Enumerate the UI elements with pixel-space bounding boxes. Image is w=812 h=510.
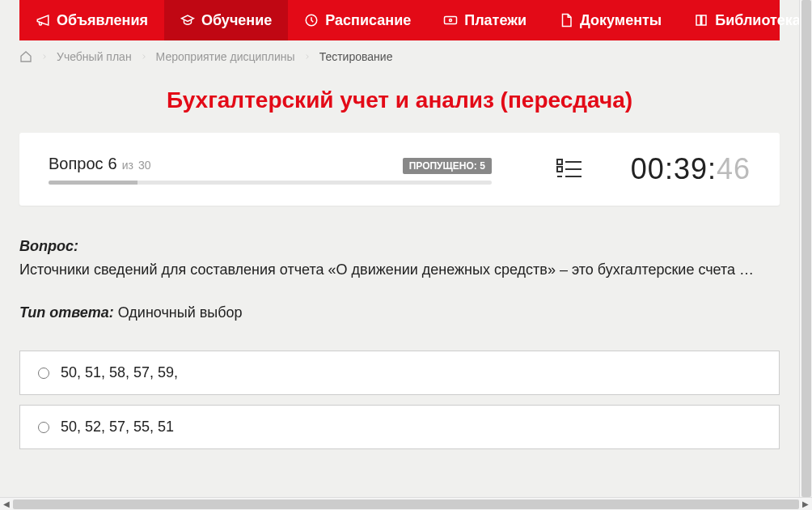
answer-type: Тип ответа: Одиночный выбор — [19, 304, 780, 321]
nav-label: Обучение — [201, 12, 272, 29]
payment-icon — [443, 13, 458, 28]
timer-centiseconds: 46 — [717, 152, 751, 185]
question-number: 6 — [108, 155, 117, 173]
timer: 00:39:46 — [631, 152, 751, 186]
home-icon[interactable] — [19, 50, 32, 63]
scroll-left-icon[interactable]: ◀ — [0, 498, 13, 511]
breadcrumb: Учебный план Мероприятие дисциплины Тест… — [19, 40, 780, 73]
nav-label: Документы — [580, 12, 662, 29]
vertical-scrollbar[interactable] — [799, 0, 812, 497]
clock-icon — [304, 13, 319, 28]
breadcrumb-testing: Тестирование — [319, 50, 393, 63]
question-total: 30 — [138, 159, 151, 172]
svg-point-2 — [450, 19, 452, 22]
scrollbar-track[interactable] — [13, 499, 799, 509]
document-icon — [559, 13, 573, 28]
page-title: Бухгалтерский учет и анализ (пересдача) — [19, 87, 780, 113]
answer-text: 50, 52, 57, 55, 51 — [61, 419, 174, 436]
question-block: Вопрос: Источники сведений для составлен… — [19, 238, 780, 321]
nav-label: Платежи — [464, 12, 527, 29]
skipped-badge: ПРОПУЩЕНО: 5 — [403, 158, 492, 174]
answer-radio[interactable] — [38, 368, 49, 379]
nav-announcements[interactable]: Объявления — [19, 0, 164, 40]
question-of: из — [122, 159, 133, 172]
book-icon — [694, 13, 708, 28]
chevron-right-icon — [40, 53, 49, 61]
timer-seconds: 39 — [674, 152, 708, 185]
answer-type-value: Одиночный выбор — [118, 304, 243, 321]
nav-payments[interactable]: Платежи — [427, 0, 543, 40]
grad-cap-icon — [180, 13, 195, 28]
svg-rect-3 — [557, 159, 562, 164]
nav-label: Объявления — [57, 12, 148, 29]
question-label: Вопрос: — [19, 238, 780, 255]
question-progress: Вопрос 6 из 30 ПРОПУЩЕНО: 5 — [49, 155, 492, 185]
answer-option[interactable]: 50, 51, 58, 57, 59, — [19, 351, 780, 395]
nav-documents[interactable]: Документы — [543, 0, 678, 40]
answer-text: 50, 51, 58, 57, 59, — [61, 364, 178, 381]
question-text: Источники сведений для составления отчет… — [19, 261, 780, 278]
main-navbar: Объявления Обучение Расписание Платежи Д… — [19, 0, 780, 40]
scrollbar-thumb[interactable] — [13, 499, 799, 509]
scroll-right-icon[interactable]: ▶ — [799, 498, 812, 511]
svg-rect-1 — [445, 17, 457, 24]
progress-bar — [49, 181, 492, 185]
answers-list: 50, 51, 58, 57, 59, 50, 52, 57, 55, 51 — [19, 351, 780, 449]
nav-label: Расписание — [325, 12, 411, 29]
timer-minutes: 00 — [631, 152, 665, 185]
question-list-icon[interactable] — [556, 158, 582, 181]
question-word: Вопрос — [49, 155, 104, 173]
answer-option[interactable]: 50, 52, 57, 55, 51 — [19, 405, 780, 449]
breadcrumb-plan[interactable]: Учебный план — [57, 50, 132, 63]
nav-schedule[interactable]: Расписание — [288, 0, 427, 40]
horizontal-scrollbar[interactable]: ◀ ▶ — [0, 497, 812, 510]
breadcrumb-event[interactable]: Мероприятие дисциплины — [156, 50, 295, 63]
answer-type-label: Тип ответа: — [19, 304, 114, 321]
nav-library[interactable]: Библиотека — [678, 0, 799, 40]
megaphone-icon — [36, 13, 50, 28]
status-panel: Вопрос 6 из 30 ПРОПУЩЕНО: 5 — [19, 133, 780, 206]
nav-education[interactable]: Обучение — [164, 0, 288, 40]
chevron-right-icon — [303, 53, 311, 61]
nav-label: Библиотека — [715, 12, 799, 29]
answer-radio[interactable] — [38, 422, 49, 433]
svg-rect-5 — [557, 167, 562, 172]
progress-fill — [49, 181, 137, 185]
scrollbar-thumb[interactable] — [801, 0, 811, 497]
chevron-right-icon — [140, 53, 148, 61]
